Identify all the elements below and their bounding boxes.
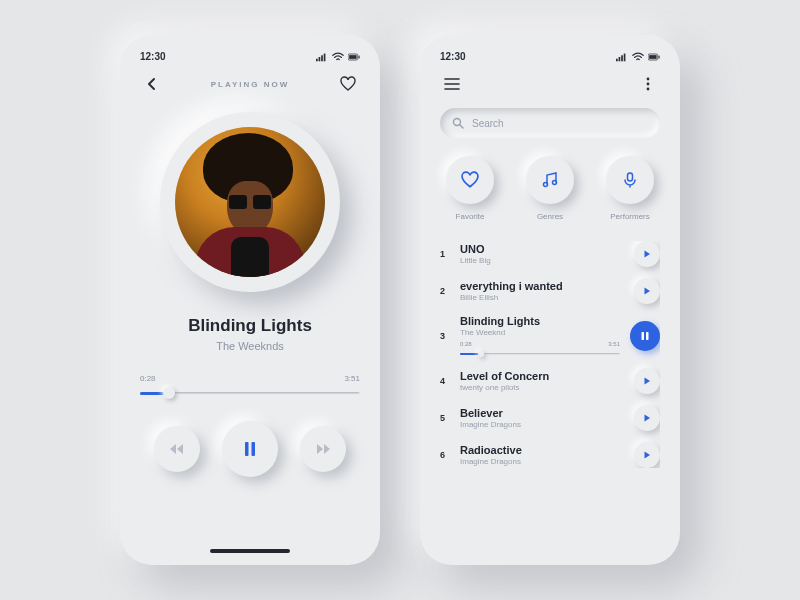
track-title: Blinding Lights — [140, 316, 360, 336]
progress-section: 0:28 3:51 — [140, 374, 360, 399]
category-performers[interactable]: Performers — [606, 156, 654, 221]
previous-button[interactable] — [154, 426, 200, 472]
svg-rect-7 — [245, 442, 249, 456]
track-artist: twenty one pilots — [460, 383, 624, 392]
track-artist: Little Big — [460, 256, 624, 265]
track-row[interactable]: 1UNOLittle Big — [440, 241, 660, 267]
track-artist: Imagine Dragons — [460, 457, 624, 466]
track-title: Believer — [460, 407, 624, 419]
svg-point-20 — [647, 83, 650, 86]
svg-rect-28 — [646, 332, 649, 340]
header-label: PLAYING NOW — [211, 80, 290, 89]
track-play-button[interactable] — [634, 278, 660, 304]
player-topbar: PLAYING NOW — [140, 72, 360, 96]
search-icon — [452, 117, 464, 129]
menu-button[interactable] — [440, 72, 464, 96]
microphone-icon — [621, 171, 639, 189]
library-topbar — [440, 72, 660, 96]
svg-point-24 — [544, 183, 548, 187]
music-note-icon — [541, 171, 559, 189]
total-time: 3:51 — [344, 374, 360, 383]
track-row[interactable]: 3Blinding LightsThe Weeknd0:283:51 — [440, 315, 660, 357]
svg-rect-6 — [359, 55, 360, 58]
track-title: Level of Concern — [460, 370, 624, 382]
next-button[interactable] — [300, 426, 346, 472]
svg-rect-5 — [349, 55, 357, 59]
status-bar: 12:30 — [440, 51, 660, 62]
track-number: 4 — [440, 376, 450, 386]
svg-point-22 — [454, 119, 461, 126]
heart-icon — [461, 171, 479, 189]
category-favorite[interactable]: Favorite — [446, 156, 494, 221]
battery-icon — [348, 52, 360, 62]
pause-button[interactable] — [222, 421, 278, 477]
track-number: 2 — [440, 286, 450, 296]
kebab-icon — [646, 77, 650, 91]
svg-rect-3 — [324, 53, 326, 61]
track-meta: everything i wantedBillie Eilish — [460, 280, 624, 302]
track-pause-button[interactable] — [630, 321, 660, 351]
svg-rect-12 — [624, 53, 626, 61]
svg-rect-9 — [616, 58, 618, 61]
track-play-button[interactable] — [634, 368, 660, 394]
track-artist: The Weeknds — [140, 340, 360, 352]
svg-rect-26 — [628, 173, 633, 181]
track-number: 5 — [440, 413, 450, 423]
svg-rect-15 — [659, 55, 660, 58]
track-row[interactable]: 2everything i wantedBillie Eilish — [440, 278, 660, 304]
back-button[interactable] — [140, 72, 164, 96]
now-playing-screen: 12:30 PLAYING NOW Blinding Lights The We… — [120, 35, 380, 565]
svg-rect-0 — [316, 58, 318, 61]
elapsed-time: 0:28 — [140, 374, 156, 383]
seek-slider[interactable] — [140, 387, 360, 399]
track-number: 3 — [440, 331, 450, 341]
track-row[interactable]: 5BelieverImagine Dragons — [440, 405, 660, 431]
category-label: Performers — [610, 212, 650, 221]
track-row[interactable]: 4Level of Concerntwenty one pilots — [440, 368, 660, 394]
home-indicator — [210, 549, 290, 553]
play-icon — [643, 414, 651, 422]
status-bar: 12:30 — [140, 51, 360, 62]
hamburger-icon — [444, 78, 460, 90]
skip-back-icon — [169, 443, 185, 455]
track-artist: Billie Eilish — [460, 293, 624, 302]
album-art-container — [140, 112, 360, 292]
signal-icon — [316, 52, 328, 62]
search-placeholder: Search — [472, 118, 504, 129]
svg-line-23 — [460, 125, 463, 128]
svg-rect-10 — [619, 57, 621, 61]
track-meta: RadioactiveImagine Dragons — [460, 444, 624, 466]
track-meta: BelieverImagine Dragons — [460, 407, 624, 429]
album-art-ring — [160, 112, 340, 292]
track-title: Blinding Lights — [460, 315, 620, 327]
signal-icon — [616, 52, 628, 62]
play-icon — [643, 451, 651, 459]
heart-icon — [340, 76, 356, 92]
pause-icon — [243, 441, 257, 457]
skip-forward-icon — [315, 443, 331, 455]
track-title: UNO — [460, 243, 624, 255]
search-input[interactable]: Search — [440, 108, 660, 138]
svg-rect-2 — [321, 55, 323, 61]
category-genres[interactable]: Genres — [526, 156, 574, 221]
svg-rect-1 — [319, 57, 321, 61]
track-artist: Imagine Dragons — [460, 420, 624, 429]
track-artist: The Weeknd — [460, 328, 620, 337]
track-play-button[interactable] — [634, 442, 660, 468]
track-title: Radioactive — [460, 444, 624, 456]
play-icon — [643, 250, 651, 258]
more-button[interactable] — [636, 72, 660, 96]
svg-rect-27 — [642, 332, 645, 340]
album-art — [175, 127, 325, 277]
playback-controls — [140, 421, 360, 477]
status-icons — [316, 52, 360, 62]
track-row[interactable]: 6RadioactiveImagine Dragons — [440, 442, 660, 468]
svg-point-19 — [647, 78, 650, 81]
favorite-button[interactable] — [336, 72, 360, 96]
play-icon — [643, 377, 651, 385]
track-progress[interactable]: 0:283:51 — [460, 341, 620, 357]
track-play-button[interactable] — [634, 405, 660, 431]
status-time: 12:30 — [140, 51, 166, 62]
track-play-button[interactable] — [634, 241, 660, 267]
track-meta: UNOLittle Big — [460, 243, 624, 265]
